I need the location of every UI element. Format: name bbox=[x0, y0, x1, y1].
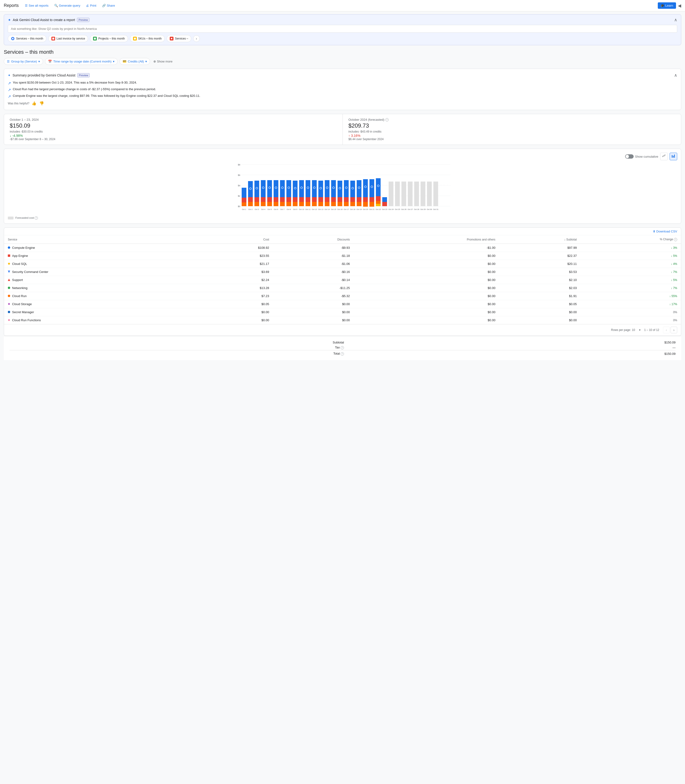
download-csv-button[interactable]: ⬇ Download CSV bbox=[653, 230, 677, 233]
svg-rect-3 bbox=[52, 37, 54, 39]
svg-rect-28 bbox=[248, 202, 253, 206]
share-button[interactable]: 🔗 Share bbox=[100, 2, 117, 9]
helpful-row: Was this helpful? 👍 👎 bbox=[8, 101, 677, 106]
svg-rect-96 bbox=[357, 202, 362, 206]
svg-rect-120 bbox=[433, 182, 438, 206]
pct-change-info-icon[interactable]: ? bbox=[674, 238, 677, 241]
forecasted-info-icon-chart[interactable]: ? bbox=[34, 216, 38, 220]
see-all-reports-button[interactable]: ☰ See all reports bbox=[23, 2, 51, 9]
chip-services-2[interactable]: Services – bbox=[167, 35, 191, 42]
svg-rect-44 bbox=[274, 202, 278, 206]
trend-icon-2: ↗ bbox=[8, 88, 11, 92]
pagination-row: Rows per page: 10 25 50 ▾ 1 – 10 of 12 ‹… bbox=[4, 324, 681, 336]
cell-promos: $0.00 bbox=[354, 252, 499, 260]
thumbs-up-button[interactable]: 👍 bbox=[31, 101, 37, 106]
svg-text:Oct 24: Oct 24 bbox=[388, 208, 394, 211]
svg-rect-32 bbox=[255, 202, 259, 206]
learn-button[interactable]: 🎓 Learn bbox=[658, 2, 676, 9]
svg-text:Oct 14: Oct 14 bbox=[325, 208, 330, 211]
summary-item-3: ↗ Compute Engine was the largest charge,… bbox=[8, 94, 677, 99]
cell-subtotal: $1.91 bbox=[499, 292, 581, 300]
svg-text:Oct 30: Oct 30 bbox=[427, 208, 432, 211]
svg-marker-154 bbox=[8, 263, 10, 265]
print-icon: 🖨 bbox=[86, 4, 89, 7]
line-chart-button[interactable] bbox=[660, 153, 668, 160]
svg-rect-113 bbox=[389, 182, 393, 206]
svg-text:Oct 6: Oct 6 bbox=[274, 208, 278, 211]
print-button[interactable]: 🖨 Print bbox=[84, 2, 99, 9]
cell-pct-change: 0% bbox=[581, 316, 681, 324]
rows-per-page-select[interactable]: 10 25 50 bbox=[632, 328, 638, 332]
summary-collapse-button[interactable]: ∧ bbox=[674, 73, 677, 78]
forecasted-label: October 2024 (forecasted) ? bbox=[348, 118, 675, 122]
service-icon bbox=[8, 286, 10, 290]
prev-page-button[interactable]: ‹ bbox=[663, 327, 670, 333]
collapse-sidebar-button[interactable]: ◀ bbox=[678, 3, 681, 8]
table-row: Security Command Center $3.69 -$0.16 $0.… bbox=[4, 268, 681, 276]
svg-rect-112 bbox=[382, 202, 387, 206]
thumbs-down-button[interactable]: 👎 bbox=[39, 101, 44, 106]
svg-point-152 bbox=[8, 247, 10, 249]
show-more-button[interactable]: ⊕ Show more bbox=[152, 58, 174, 65]
total-row: Total ? $150.09 bbox=[10, 351, 675, 357]
totals-section: Subtotal $150.09 Tax ? — Total ? $150.09 bbox=[4, 336, 681, 360]
chip-projects-month[interactable]: Projects – this month bbox=[90, 35, 128, 42]
svg-text:Oct 1: Oct 1 bbox=[242, 208, 246, 211]
chip-services-month[interactable]: Services – this month bbox=[8, 35, 46, 42]
svg-rect-64 bbox=[305, 202, 310, 206]
svg-rect-104 bbox=[370, 202, 374, 207]
chip-last-invoice[interactable]: Last invoice by service bbox=[48, 35, 88, 42]
svg-text:Oct 26: Oct 26 bbox=[401, 208, 406, 211]
next-page-button[interactable]: › bbox=[670, 327, 677, 333]
time-range-filter[interactable]: 📅 Time range by usage date (Current mont… bbox=[45, 58, 118, 65]
chip-skus-month[interactable]: SKUs – this month bbox=[130, 35, 165, 42]
svg-rect-7 bbox=[134, 37, 136, 39]
svg-text:Oct 17: Oct 17 bbox=[344, 208, 349, 211]
svg-rect-119 bbox=[427, 182, 432, 206]
table-row: Networking $13.28 -$11.25 $0.00 $2.03 ↓ … bbox=[4, 284, 681, 292]
cell-subtotal: $0.00 bbox=[499, 316, 581, 324]
total-info-icon[interactable]: ? bbox=[341, 352, 344, 355]
svg-rect-100 bbox=[363, 202, 368, 207]
table-row: Support $2.24 -$0.14 $0.00 $2.10 ↓ 5% bbox=[4, 276, 681, 284]
gemini-search-input[interactable] bbox=[8, 25, 677, 32]
cell-promos: $0.00 bbox=[354, 292, 499, 300]
svg-text:Oct 5: Oct 5 bbox=[268, 208, 272, 211]
svg-rect-115 bbox=[401, 182, 406, 206]
gemini-sparkle-icon-2: ✦ bbox=[8, 73, 11, 77]
service-icon bbox=[8, 318, 10, 322]
cell-discounts: $0.00 bbox=[273, 300, 354, 308]
bar-chart-button[interactable] bbox=[670, 153, 677, 160]
generate-query-button[interactable]: 🔍 Generate query bbox=[52, 2, 83, 9]
cell-promos: $0.00 bbox=[354, 276, 499, 284]
gemini-bar-title: ✦ Ask Gemini Cloud Assist to create a re… bbox=[8, 18, 89, 22]
toggle-track[interactable] bbox=[625, 154, 634, 159]
svg-text:$6: $6 bbox=[238, 174, 240, 176]
credits-filter[interactable]: 💳 Credits (All) ▾ bbox=[120, 58, 150, 65]
forecasted-info-icon[interactable]: ? bbox=[385, 118, 389, 122]
current-credits: includes -$30.03 in credits bbox=[10, 130, 337, 133]
gemini-collapse-button[interactable]: ∧ bbox=[674, 17, 677, 23]
tax-info-icon[interactable]: ? bbox=[341, 346, 344, 349]
cumulative-toggle: Show cumulative bbox=[625, 154, 658, 159]
svg-rect-116 bbox=[408, 182, 412, 206]
group-by-filter[interactable]: ☰ Group by (Service) ▾ bbox=[4, 58, 43, 65]
chevron-down-icon: ▾ bbox=[38, 60, 40, 63]
top-bar-actions: ☰ See all reports 🔍 Generate query 🖨 Pri… bbox=[23, 2, 656, 9]
calendar-icon: 📅 bbox=[48, 60, 52, 63]
gemini-assist-bar: ✦ Ask Gemini Cloud Assist to create a re… bbox=[4, 14, 681, 45]
table-row: Cloud Run $7.23 -$5.32 $0.00 $1.91 ↓ 55% bbox=[4, 292, 681, 300]
table-row: Compute Engine $108.92 -$9.93 -$1.00 $97… bbox=[4, 244, 681, 252]
svg-text:Oct 9: Oct 9 bbox=[293, 208, 297, 211]
table-row: Cloud SQL $21.17 -$1.06 $0.00 $20.11 ↓ 4… bbox=[4, 260, 681, 268]
forecasted-value: $209.73 bbox=[348, 122, 675, 129]
svg-text:Oct 2: Oct 2 bbox=[248, 208, 253, 211]
svg-text:Oct 23: Oct 23 bbox=[382, 208, 387, 211]
cell-discounts: -$11.25 bbox=[273, 284, 354, 292]
chips-next-button[interactable]: › bbox=[193, 35, 200, 42]
cell-pct-change: ↓ 5% bbox=[581, 276, 681, 284]
summary-title: ✦ Summary provided by Gemini Cloud Assis… bbox=[8, 73, 90, 77]
svg-rect-80 bbox=[331, 202, 336, 206]
svg-point-9 bbox=[171, 38, 172, 39]
toggle-thumb bbox=[626, 155, 629, 158]
